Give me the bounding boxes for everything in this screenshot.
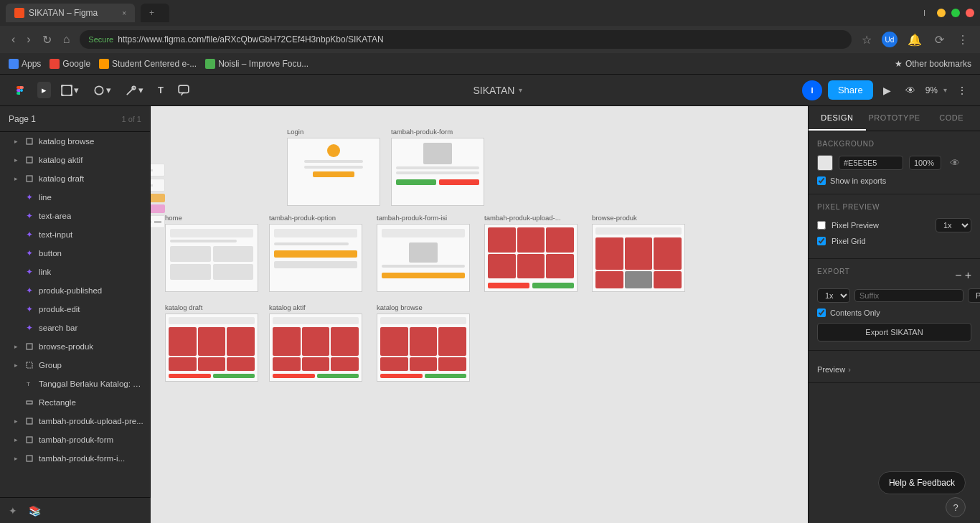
sync-btn[interactable]: ⟳ — [932, 32, 947, 48]
expand-icon[interactable]: ▸ — [11, 342, 20, 351]
layer-tambah-upload-pre[interactable]: ▸ tambah-produk-upload-pre... — [0, 412, 150, 430]
frame-katalog-aktif[interactable]: katalog aktif — [269, 303, 362, 382]
comment-tool-btn[interactable] — [174, 82, 194, 99]
export-remove-btn[interactable]: − — [955, 269, 961, 282]
layer-katalog-aktif[interactable]: ▸ katalog aktif — [0, 151, 150, 169]
export-format-select[interactable]: PNG JPG SVG — [968, 288, 980, 303]
bg-opacity-input[interactable] — [909, 156, 941, 170]
tab-close-btn[interactable]: × — [122, 9, 126, 17]
layer-search-bar[interactable]: ▸ ✦ search bar — [0, 319, 150, 337]
bookmark-noisli[interactable]: Noisli – Improve Focu... — [205, 59, 308, 69]
expand-icon[interactable]: ▸ — [11, 435, 20, 444]
layer-button[interactable]: ▸ ✦ button — [0, 244, 150, 263]
layer-rectangle[interactable]: ▸ Rectangle — [0, 393, 150, 412]
layer-link[interactable]: ▸ ✦ link — [0, 263, 150, 281]
share-btn[interactable]: Share — [828, 80, 873, 100]
bookmark-google[interactable]: Google — [50, 59, 90, 69]
bg-color-swatch[interactable] — [817, 155, 833, 171]
expand-icon[interactable]: ▸ — [11, 174, 20, 183]
frame-home[interactable]: home — [165, 214, 258, 292]
layer-text-input[interactable]: ▸ ✦ text-input — [0, 225, 150, 244]
project-name[interactable]: SIKATAN — [473, 85, 515, 96]
tab-prototype[interactable]: PROTOTYPE — [866, 106, 923, 131]
bookmark-apps[interactable]: Apps — [9, 59, 41, 69]
tab-design[interactable]: DESIGN — [809, 106, 866, 131]
expand-icon[interactable]: ▸ — [11, 361, 20, 369]
contents-only-checkbox[interactable] — [817, 308, 826, 317]
layer-group[interactable]: ▸ Group — [0, 356, 150, 374]
pen-tool-btn[interactable]: ▾ — [121, 82, 148, 99]
refresh-btn[interactable]: ↻ — [39, 32, 55, 48]
bg-color-input[interactable] — [839, 156, 903, 170]
export-suffix-input[interactable] — [854, 289, 963, 302]
resources-icon[interactable]: 📚 — [29, 505, 41, 517]
frame-katalog-draft[interactable]: katalog draft — [165, 303, 258, 382]
frame-katalog-browse[interactable]: katalog browse — [377, 303, 470, 382]
bookmark-btn[interactable]: ☆ — [859, 32, 875, 48]
expand-icon[interactable]: ▸ — [11, 454, 20, 463]
expand-icon[interactable]: ▸ — [11, 417, 20, 425]
expand-icon[interactable]: ▸ — [11, 156, 20, 164]
layer-browse-produk[interactable]: ▸ browse-produk — [0, 337, 150, 356]
minimize-btn[interactable] — [937, 9, 946, 17]
frame-browse-produk[interactable]: browse-produk — [592, 214, 685, 292]
layer-tambah-form2[interactable]: ▸ tambah-produk-form-i... — [0, 449, 150, 468]
layer-produk-edit[interactable]: ▸ ✦ produk-edit — [0, 300, 150, 319]
layer-katalog-browse[interactable]: ▸ katalog browse — [0, 132, 150, 151]
layer-katalog-draft[interactable]: ▸ katalog draft — [0, 169, 150, 188]
other-bookmarks[interactable]: ★ Other bookmarks — [895, 59, 971, 69]
help-circle-btn[interactable]: ? — [946, 497, 966, 517]
export-scale-select[interactable]: 1x 2x — [817, 288, 850, 303]
back-btn[interactable]: ‹ — [9, 32, 18, 47]
options-btn[interactable]: ⋮ — [953, 82, 971, 99]
zoom-level[interactable]: 9% — [925, 85, 938, 95]
layer-tanggal[interactable]: ▸ T Tanggal Berlaku Katalog: 1... — [0, 374, 150, 393]
community-icon[interactable]: ✦ — [9, 505, 17, 517]
bookmark-student[interactable]: Student Centered e-... — [99, 59, 197, 69]
notifications-btn[interactable]: 🔔 — [905, 32, 925, 48]
preview-link[interactable]: Preview — [817, 365, 845, 374]
forward-btn[interactable]: › — [24, 32, 33, 47]
layer-line[interactable]: ▸ ✦ line — [0, 188, 150, 207]
frame-tambah-form-isi[interactable]: tambah-produk-form-isi — [377, 214, 470, 292]
pixel-preview-checkbox[interactable] — [817, 221, 826, 230]
text-tool-btn[interactable]: T — [154, 82, 168, 98]
tab-code[interactable]: CODE — [923, 106, 980, 131]
frame-tambah-option[interactable]: tambah-produk-option — [269, 214, 362, 292]
preview-btn[interactable]: 👁 — [901, 82, 920, 99]
user-avatar[interactable]: I — [802, 80, 822, 100]
pixel-scale-select[interactable]: 1x 2x — [936, 218, 971, 232]
show-exports-checkbox[interactable] — [817, 176, 826, 185]
expand-icon[interactable]: ▸ — [11, 137, 20, 146]
maximize-btn[interactable] — [951, 9, 960, 17]
section-title-export: EXPORT — [817, 268, 850, 275]
help-feedback-btn[interactable]: Help & Feedback — [878, 471, 966, 494]
frame-login[interactable]: Login — [287, 128, 380, 206]
export-btn[interactable]: Export SIKATAN — [817, 323, 971, 341]
figma-menu-btn[interactable] — [9, 79, 32, 102]
layer-tambah-form[interactable]: ▸ tambah-produk-form — [0, 430, 150, 449]
canvas-area[interactable]: Login tambah-produk-form — [151, 106, 808, 523]
frame-tambah-produk-form[interactable]: tambah-produk-form — [391, 128, 484, 206]
layer-text-area[interactable]: ▸ ✦ text-area — [0, 207, 150, 225]
zoom-dropdown-icon[interactable]: ▾ — [943, 86, 947, 94]
frame-tool-btn[interactable]: ▾ — [57, 82, 83, 99]
new-tab[interactable]: + — [141, 4, 169, 22]
select-tool-btn[interactable]: ▸ — [37, 82, 51, 98]
address-bar[interactable]: Secure https://www.figma.com/file/aRXcQb… — [80, 30, 852, 49]
layer-name: browse-produk — [39, 342, 93, 351]
frame-tambah-upload[interactable]: tambah-produk-upload-... — [484, 214, 578, 292]
menu-btn[interactable]: ⋮ — [954, 32, 971, 48]
home-btn[interactable]: ⌂ — [60, 32, 73, 47]
layer-produk-published[interactable]: ▸ ✦ produk-published — [0, 281, 150, 300]
shape-tool-btn[interactable]: ▾ — [89, 82, 116, 99]
active-tab[interactable]: SIKATAN – Figma × — [6, 4, 135, 22]
export-add-btn[interactable]: + — [965, 269, 971, 282]
project-dropdown-icon[interactable]: ▾ — [519, 86, 522, 94]
play-btn[interactable]: ▶ — [879, 82, 895, 99]
visibility-icon[interactable]: 👁 — [950, 157, 960, 169]
profile-btn[interactable]: Ud — [882, 32, 897, 47]
svg-rect-11 — [179, 85, 189, 93]
close-window-btn[interactable] — [966, 9, 974, 17]
pixel-grid-checkbox[interactable] — [817, 237, 826, 245]
